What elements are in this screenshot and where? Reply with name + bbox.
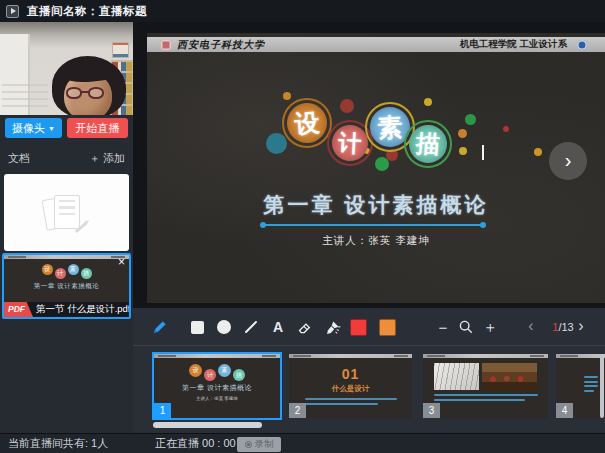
pdf-filename: 第一节 什么是设计.pdf bbox=[36, 303, 131, 316]
person-glasses-right bbox=[88, 87, 104, 99]
title-char: 计 bbox=[331, 124, 369, 162]
live-room-icon bbox=[6, 5, 19, 18]
chevron-right-icon: › bbox=[565, 149, 572, 172]
person-glasses-left bbox=[66, 87, 82, 99]
department-logo-icon bbox=[577, 40, 587, 50]
line-tool-button[interactable] bbox=[241, 317, 261, 337]
viewer-count: 当前直播间共有: 1人 bbox=[8, 436, 108, 451]
pdf-filename-bar: PDF 第一节 什么是设计.pdf bbox=[4, 302, 129, 317]
close-icon[interactable]: × bbox=[118, 257, 125, 267]
university-seal-icon bbox=[161, 40, 171, 50]
webcam-radiator bbox=[2, 84, 48, 112]
mini-slide-header bbox=[556, 354, 605, 358]
chalk-dot bbox=[458, 129, 467, 138]
mini-slide-header bbox=[154, 354, 280, 358]
pdf-document-item[interactable]: 设 计 素 描 第一章 设计素描概论 × PDF 第一节 什么是设计.pdf bbox=[2, 253, 131, 319]
annotation-toolbar: A − ＋ ‹ 1 /13 › bbox=[133, 308, 605, 346]
mini-char-circle: 计 bbox=[55, 268, 66, 279]
slide-thumbnail-2[interactable]: 01 什么是设计 2 bbox=[289, 354, 412, 418]
webcam-wall-picture bbox=[112, 42, 129, 58]
main-area: 西安电子科技大学 机电工程学院 工业设计系 设 计 素 描 第一章 bbox=[133, 22, 605, 433]
document-icon bbox=[50, 195, 84, 231]
camera-button-label: 摄像头 bbox=[12, 121, 45, 136]
mini-speakers: 主讲人：张英 李建坤 bbox=[160, 395, 273, 400]
thumbnail-number-badge: 3 bbox=[423, 403, 440, 418]
mini-chapter-title: 第一章 设计素描概论 bbox=[154, 383, 280, 393]
next-slide-button[interactable]: › bbox=[549, 142, 587, 180]
title-bar: 直播间名称：直播标题 bbox=[0, 0, 605, 22]
mini-char-circle: 计 bbox=[204, 369, 216, 381]
thumbnail-scrollbar-vertical[interactable] bbox=[600, 354, 604, 418]
thumbnail-scrollbar-horizontal[interactable] bbox=[153, 422, 262, 428]
prev-page-button[interactable]: ‹ bbox=[521, 317, 541, 337]
zoom-out-button[interactable]: − bbox=[433, 317, 453, 337]
next-page-button[interactable]: › bbox=[571, 317, 591, 337]
mini-body-text bbox=[584, 376, 598, 392]
chalk-dot bbox=[459, 147, 467, 155]
thumbnail-number-badge: 1 bbox=[154, 403, 171, 418]
mini-body-text bbox=[434, 394, 538, 401]
mini-slide-header bbox=[289, 354, 412, 358]
record-label: 录制 bbox=[255, 438, 274, 451]
slide-canvas[interactable]: 西安电子科技大学 机电工程学院 工业设计系 设 计 素 描 第一章 bbox=[147, 33, 605, 303]
person-glasses-bridge bbox=[81, 91, 89, 93]
documents-header: 文档 ＋ 添加 bbox=[0, 150, 133, 166]
pen-tool-button[interactable] bbox=[149, 317, 169, 337]
slide-thumbnail-3[interactable]: 3 bbox=[423, 354, 548, 418]
status-bar: 当前直播间共有: 1人 正在直播 00 : 00 : 00 录制 bbox=[0, 433, 605, 453]
mini-char-circle: 设 bbox=[42, 264, 53, 275]
start-live-label: 开始直播 bbox=[76, 121, 120, 136]
speakers-line: 主讲人：张英 李建坤 bbox=[147, 234, 605, 248]
text-tool-button[interactable]: A bbox=[268, 317, 288, 337]
sidebar: 摄像头 ▼ 开始直播 文档 ＋ 添加 设 计 素 描 第一章 设计素描概论 × … bbox=[0, 22, 133, 433]
mini-section-number: 01 bbox=[289, 366, 412, 382]
ellipse-tool-button[interactable] bbox=[214, 317, 234, 337]
chapter-underline bbox=[263, 224, 483, 226]
chalk-dot bbox=[266, 133, 287, 154]
record-button[interactable]: 录制 bbox=[237, 437, 281, 452]
mini-body-text bbox=[305, 398, 397, 405]
title-char-circle-1: 设 bbox=[282, 98, 332, 148]
mini-char-circle: 描 bbox=[233, 369, 245, 381]
mini-char-circle: 描 bbox=[81, 268, 92, 279]
title-char-circle-4: 描 bbox=[404, 120, 452, 168]
add-document-button[interactable]: ＋ 添加 bbox=[89, 151, 125, 166]
mini-images bbox=[423, 363, 548, 390]
webcam-preview bbox=[0, 22, 133, 115]
title-char: 描 bbox=[408, 124, 449, 165]
thumbnail-number-badge: 4 bbox=[556, 403, 573, 418]
mini-char-circle: 设 bbox=[189, 364, 202, 377]
document-placeholder-card[interactable] bbox=[4, 174, 129, 251]
color-swatch-orange[interactable] bbox=[379, 319, 396, 336]
slide-thumbnail-1[interactable]: 设 计 素 描 第一章 设计素描概论 主讲人：张英 李建坤 1 bbox=[152, 352, 282, 420]
chalk-dot bbox=[375, 157, 389, 171]
color-swatch-red[interactable] bbox=[350, 319, 367, 336]
add-label: 添加 bbox=[103, 151, 125, 166]
mini-slide-header bbox=[423, 354, 548, 358]
pdf-badge: PDF bbox=[4, 302, 33, 317]
chalk-dot bbox=[340, 99, 354, 113]
room-title: 直播间名称：直播标题 bbox=[27, 4, 147, 19]
department-name: 机电工程学院 工业设计系 bbox=[460, 38, 567, 51]
mini-title-art: 设 计 素 描 bbox=[4, 264, 129, 279]
start-live-button[interactable]: 开始直播 bbox=[67, 118, 128, 138]
mini-char-circle: 素 bbox=[218, 364, 231, 377]
mini-section-title: 什么是设计 bbox=[289, 384, 412, 394]
chalk-dot bbox=[424, 98, 432, 106]
chalk-dot bbox=[534, 148, 542, 156]
chapter-title: 第一章 设计素描概论 bbox=[147, 191, 605, 219]
slide-thumbnail-4[interactable]: 4 bbox=[556, 354, 605, 418]
slide-university-header: 西安电子科技大学 机电工程学院 工业设计系 bbox=[147, 37, 605, 52]
camera-button[interactable]: 摄像头 ▼ bbox=[5, 118, 62, 138]
magnifier-icon[interactable] bbox=[456, 317, 476, 337]
title-char: 设 bbox=[286, 102, 329, 145]
brush-tool-button[interactable] bbox=[322, 317, 342, 337]
rectangle-tool-button[interactable] bbox=[187, 317, 207, 337]
mini-chapter-title: 第一章 设计素描概论 bbox=[4, 282, 129, 291]
chalk-dot bbox=[503, 126, 509, 132]
painting-image bbox=[482, 363, 537, 390]
text-cursor bbox=[482, 145, 484, 160]
eraser-tool-button[interactable] bbox=[295, 317, 315, 337]
tool-panel: A − ＋ ‹ 1 /13 › 设 bbox=[133, 308, 605, 433]
zoom-in-button[interactable]: ＋ bbox=[480, 317, 500, 337]
